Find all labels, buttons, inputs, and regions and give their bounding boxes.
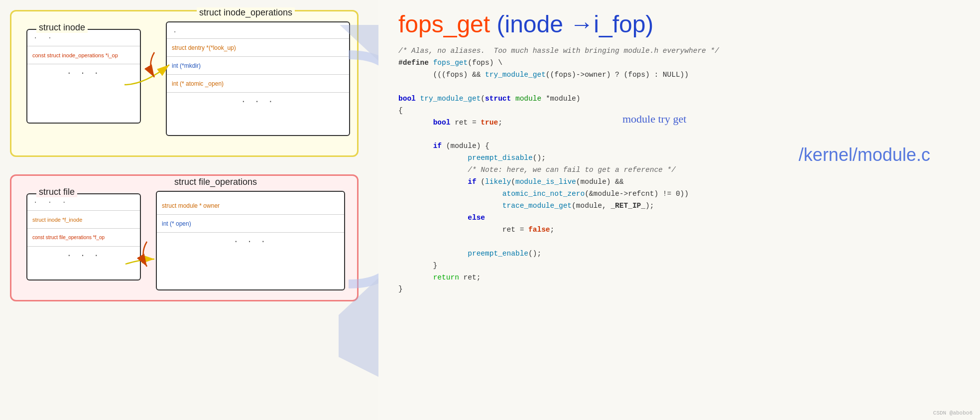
yellow-box: struct inode · · const struct inode_oper… bbox=[10, 10, 359, 157]
inode-field1: const struct inode_operations *i_op bbox=[27, 46, 140, 64]
file-bottom-dots: · · · bbox=[27, 247, 140, 264]
fops-get-text: fops_get bbox=[398, 11, 490, 37]
file-ops-field1: struct module * owner bbox=[157, 197, 344, 215]
main-container: struct inode · · const struct inode_oper… bbox=[0, 0, 980, 420]
kernel-module-label: /kernel/module.c bbox=[799, 144, 930, 165]
left-panel: struct inode · · const struct inode_oper… bbox=[0, 0, 378, 420]
fops-get-args: (inode →i_fop) bbox=[497, 11, 654, 37]
struct-file-title: struct file bbox=[36, 187, 77, 197]
module-try-get-annotation: module try get bbox=[622, 113, 686, 126]
struct-inode-title: struct inode bbox=[36, 22, 88, 33]
struct-file-ops-title: struct file_operations bbox=[172, 177, 259, 187]
inode-ops-field1: struct dentry *(*look_up) bbox=[167, 39, 349, 57]
pink-box: struct file · · · struct inode *f_inode … bbox=[10, 174, 359, 301]
inode-ops-field2: int (*mkdir) bbox=[167, 57, 349, 75]
file-field2: const struct file_operations *f_op bbox=[27, 229, 140, 247]
struct-file-box: struct file · · · struct inode *f_inode … bbox=[26, 193, 141, 280]
struct-file-operations-box: struct file_operations struct module * o… bbox=[156, 191, 345, 290]
watermark: CSDN @abobo6 bbox=[933, 410, 973, 416]
inode-ops-top-dots: . bbox=[167, 22, 349, 39]
code-pre: /* Alas, no aliases. Too much hassle wit… bbox=[398, 45, 960, 295]
fops-get-title: fops_get (inode →i_fop) bbox=[398, 12, 960, 36]
inode-bottom-dots: · · · bbox=[27, 64, 140, 82]
code-block: /* Alas, no aliases. Too much hassle wit… bbox=[398, 45, 960, 295]
file-ops-bottom-dots: · · · bbox=[157, 233, 344, 250]
inode-ops-bottom-dots: · · · bbox=[167, 93, 349, 110]
right-panel: fops_get (inode →i_fop) /* Alas, no alia… bbox=[378, 0, 980, 420]
struct-inode-box: struct inode · · const struct inode_oper… bbox=[26, 29, 141, 124]
struct-inode-operations-box: struct inode_operations . struct dentry … bbox=[166, 21, 350, 136]
inode-ops-field3: int (* atomic _open) bbox=[167, 75, 349, 93]
file-ops-field2: int (* open) bbox=[157, 215, 344, 233]
struct-inode-ops-title: struct inode_operations bbox=[197, 7, 295, 18]
file-field1: struct inode *f_inode bbox=[27, 211, 140, 229]
